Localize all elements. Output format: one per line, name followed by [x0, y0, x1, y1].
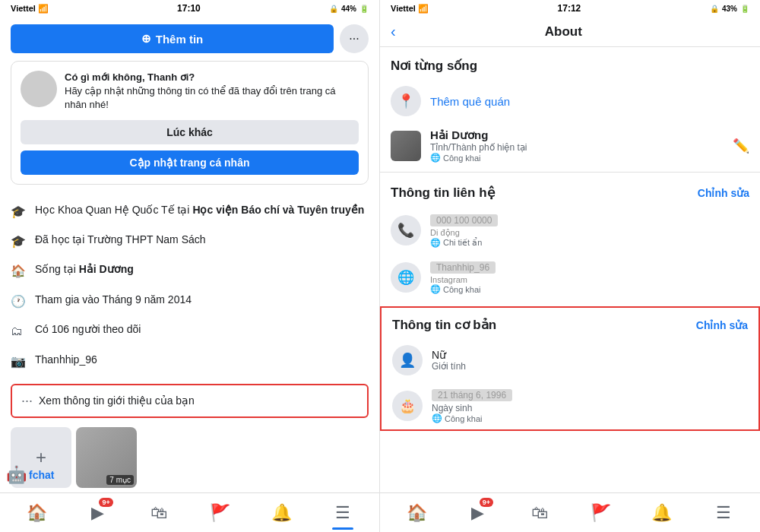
edit-city-icon[interactable]: ✏️	[733, 138, 749, 154]
list-item: 🎓 Đã học tại Trường THPT Nam Sách	[11, 226, 369, 256]
time-right: 17:12	[558, 3, 581, 14]
menu-nav-icon: ☰	[335, 503, 350, 523]
add-hometown-label: Thêm quê quán	[430, 95, 749, 108]
dots-more-icon: ···	[21, 393, 33, 409]
globe-icon-bday: 🌐	[432, 413, 442, 423]
avatar	[21, 71, 57, 107]
bottom-nav-right: 🏠 ▶ 9+ 🛍 🚩 🔔 ☰	[380, 492, 760, 532]
fchat-logo: fchat	[29, 469, 54, 481]
home-nav-icon-right: 🏠	[407, 503, 427, 523]
photo-count-badge: 7 mục	[106, 475, 134, 485]
gender-label: Giới tính	[432, 361, 748, 372]
nav-shop-right[interactable]: 🛍	[523, 496, 556, 530]
flag-nav-icon-right: 🚩	[591, 503, 611, 523]
flag-nav-icon: 🚩	[210, 503, 230, 523]
photo-thumbnail[interactable]: 7 mục	[76, 427, 137, 488]
nav-video-left[interactable]: ▶ 9+	[81, 496, 115, 530]
nav-flag-left[interactable]: 🚩	[204, 496, 237, 530]
list-item: 🎓 Học Khoa Quan Hệ Quốc Tế tại Học viện …	[11, 197, 369, 226]
contact-edit-button[interactable]: Chỉnh sửa	[698, 187, 749, 199]
nav-home-right[interactable]: 🏠	[400, 496, 433, 530]
profile-card-headline: Có gì mới không, Thanh ơi?	[65, 71, 359, 84]
basic-info-edit-button[interactable]: Chỉnh sửa	[696, 319, 748, 331]
phone-item: 📞 000 100 0000 Di động 🌐 Chi tiết ẩn	[380, 207, 760, 254]
carrier-left: Viettel 📶	[11, 4, 49, 14]
nav-shop-left[interactable]: 🛍	[142, 496, 176, 530]
video-badge: 9+	[99, 498, 112, 507]
add-hometown-item[interactable]: 📍 Thêm quê quán	[380, 80, 760, 122]
info-list: 🎓 Học Khoa Quan Hệ Quốc Tế tại Học viện …	[0, 192, 379, 381]
globe-contact-icon: 🌐	[391, 262, 421, 293]
dots-icon: ···	[349, 32, 359, 46]
instagram-privacy: 🌐 Công khai	[430, 284, 749, 294]
nav-bell-right[interactable]: 🔔	[645, 496, 679, 530]
gender-value: Nữ	[432, 349, 748, 361]
globe-icon: 🌐	[430, 153, 441, 163]
right-content: Nơi từng sống 📍 Thêm quê quán Hải Dương …	[380, 47, 760, 492]
location-icon: 📍	[391, 86, 421, 116]
battery-right: 🔒 43% 🔋	[710, 5, 749, 13]
right-panel: Viettel 📶 17:12 🔒 43% 🔋 ‹ About Nơi từng…	[380, 0, 760, 532]
plus-icon: ⊕	[141, 32, 151, 46]
list-item: 📷 Thanhhip_96	[11, 347, 369, 376]
shop-nav-icon-right: 🛍	[531, 503, 548, 523]
home-nav-icon: 🏠	[27, 503, 47, 523]
left-content: ⊕ Thêm tin ··· Có gì mới không, Thanh ơi…	[0, 17, 379, 492]
nav-bell-left[interactable]: 🔔	[264, 496, 298, 530]
nav-menu-right[interactable]: ☰	[707, 496, 740, 530]
basic-info-title: Thông tin cơ bản	[392, 317, 496, 333]
birthday-label: Ngày sinh	[432, 403, 748, 413]
profile-card-header: Có gì mới không, Thanh ơi? Hãy cập nhật …	[21, 71, 359, 112]
graduation-icon: 🎓	[11, 204, 27, 220]
places-lived-title: Nơi từng sống	[380, 47, 760, 80]
add-btn-row: ⊕ Thêm tin ···	[0, 17, 379, 61]
carrier-right: Viettel 📶	[391, 4, 429, 14]
bottom-nav-left: 🏠 ▶ 9+ 🛍 🚩 🔔 ☰	[0, 492, 379, 532]
list-item: 🗂 Có 106 người theo dõi	[11, 316, 369, 346]
time-left: 17:10	[177, 3, 201, 14]
right-header: ‹ About	[380, 17, 760, 47]
gender-icon: 👤	[392, 345, 423, 375]
globe-icon-phone: 🌐	[430, 238, 441, 248]
instagram-icon: 📷	[11, 353, 27, 370]
list-item: 🕐 Tham gia vào Tháng 9 năm 2014	[11, 287, 369, 316]
add-story-button[interactable]: ⊕ Thêm tin	[11, 24, 334, 53]
profile-suggestion-card: Có gì mới không, Thanh ơi? Hãy cập nhật …	[11, 61, 369, 185]
update-profile-button[interactable]: Cập nhật trang cá nhân	[21, 150, 359, 175]
home-icon: 🏠	[11, 263, 27, 280]
status-bar-right: Viettel 📶 17:12 🔒 43% 🔋	[380, 0, 760, 17]
menu-nav-icon-right: ☰	[716, 503, 731, 523]
graduation-icon-2: 🎓	[11, 233, 27, 250]
basic-info-section: Thông tin cơ bản Chỉnh sửa 👤 Nữ Giới tín…	[380, 306, 760, 431]
current-city-item: Hải Dương Tỉnh/Thành phố hiện tại 🌐 Công…	[380, 122, 760, 169]
birthday-item: 🎂 21 tháng 6, 1996 Ngày sinh 🌐 Công khai	[382, 382, 758, 429]
back-button[interactable]: ‹	[391, 23, 396, 40]
left-panel: Viettel 📶 17:10 🔒 44% 🔋 ⊕ Thêm tin ··· C…	[0, 0, 380, 532]
status-bar-left: Viettel 📶 17:10 🔒 44% 🔋	[0, 0, 379, 17]
contact-info-title: Thông tin liên hệ	[391, 185, 495, 201]
bell-nav-icon: 🔔	[271, 503, 292, 523]
birthday-icon: 🎂	[392, 391, 423, 421]
gender-item: 👤 Nữ Giới tính	[382, 339, 758, 382]
nav-video-right[interactable]: ▶ 9+	[461, 496, 495, 530]
nav-menu-left[interactable]: ☰	[326, 496, 359, 530]
birthday-privacy: 🌐 Công khai	[432, 413, 748, 423]
phone-type: Di động	[430, 228, 749, 238]
phone-privacy: 🌐 Chi tiết ẩn	[430, 238, 749, 248]
phone-number: 000 100 0000	[430, 214, 498, 226]
city-thumbnail	[391, 131, 421, 161]
basic-info-header: Thông tin cơ bản Chỉnh sửa	[382, 308, 758, 339]
luc-khac-button[interactable]: Lúc khác	[21, 120, 359, 144]
nav-home-left[interactable]: 🏠	[20, 496, 53, 530]
bell-nav-icon-right: 🔔	[651, 503, 672, 523]
more-options-button[interactable]: ···	[340, 24, 369, 53]
divider-1	[380, 172, 760, 173]
nav-flag-right[interactable]: 🚩	[584, 496, 617, 530]
see-more-intro-button[interactable]: ··· Xem thông tin giới thiệu của bạn	[11, 384, 369, 418]
globe-icon-ig: 🌐	[430, 284, 441, 294]
contact-info-header: Thông tin liên hệ Chỉnh sửa	[380, 176, 760, 207]
shop-nav-icon: 🛍	[150, 503, 167, 523]
instagram-item: 🌐 Thanhhip_96 Instagram 🌐 Công khai	[380, 254, 760, 300]
battery-left: 🔒 44% 🔋	[329, 5, 369, 13]
photos-row: + 7 mục	[11, 427, 369, 488]
